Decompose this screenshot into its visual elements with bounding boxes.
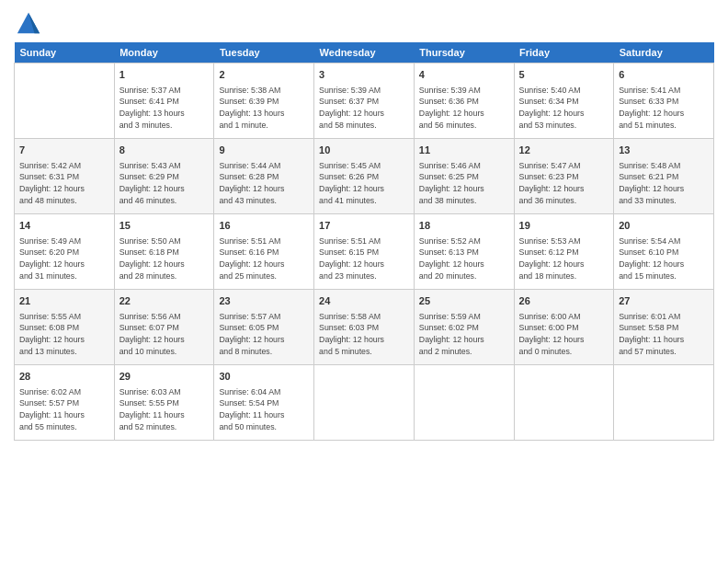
- day-number: 1: [119, 67, 210, 83]
- day-info: Sunrise: 5:51 AM Sunset: 6:16 PM Dayligh…: [219, 236, 309, 282]
- week-row-3: 14Sunrise: 5:49 AM Sunset: 6:20 PM Dayli…: [15, 214, 714, 290]
- day-info: Sunrise: 5:48 AM Sunset: 6:21 PM Dayligh…: [619, 160, 709, 207]
- calendar-cell: 6Sunrise: 5:41 AM Sunset: 6:33 PM Daylig…: [614, 63, 714, 139]
- calendar-cell: 17Sunrise: 5:51 AM Sunset: 6:15 PM Dayli…: [314, 214, 415, 290]
- header-row: SundayMondayTuesdayWednesdayThursdayFrid…: [15, 42, 714, 63]
- calendar-cell: [514, 365, 614, 441]
- day-info: Sunrise: 5:55 AM Sunset: 6:08 PM Dayligh…: [19, 311, 109, 358]
- day-info: Sunrise: 5:56 AM Sunset: 6:07 PM Dayligh…: [119, 311, 210, 358]
- day-number: 26: [519, 293, 609, 309]
- calendar-cell: 16Sunrise: 5:51 AM Sunset: 6:16 PM Dayli…: [214, 214, 314, 290]
- col-header-thursday: Thursday: [414, 42, 514, 63]
- day-info: Sunrise: 5:39 AM Sunset: 6:37 PM Dayligh…: [319, 85, 409, 132]
- day-number: 11: [419, 143, 509, 158]
- day-info: Sunrise: 5:58 AM Sunset: 6:03 PM Dayligh…: [319, 311, 409, 358]
- calendar-cell: 28Sunrise: 6:02 AM Sunset: 5:57 PM Dayli…: [15, 365, 115, 441]
- logo-icon: [16, 9, 41, 35]
- calendar-cell: [414, 365, 514, 441]
- day-number: 21: [19, 293, 109, 309]
- calendar-cell: 11Sunrise: 5:46 AM Sunset: 6:25 PM Dayli…: [414, 139, 514, 214]
- calendar-cell: 27Sunrise: 6:01 AM Sunset: 5:58 PM Dayli…: [614, 290, 714, 365]
- day-info: Sunrise: 5:57 AM Sunset: 6:05 PM Dayligh…: [219, 311, 309, 358]
- day-info: Sunrise: 5:44 AM Sunset: 6:28 PM Dayligh…: [219, 160, 309, 207]
- day-number: 14: [19, 218, 109, 234]
- day-info: Sunrise: 5:50 AM Sunset: 6:18 PM Dayligh…: [119, 236, 210, 282]
- day-number: 28: [19, 369, 109, 385]
- day-info: Sunrise: 5:38 AM Sunset: 6:39 PM Dayligh…: [219, 85, 309, 132]
- day-number: 10: [319, 143, 409, 158]
- day-number: 24: [319, 293, 409, 309]
- day-info: Sunrise: 5:47 AM Sunset: 6:23 PM Dayligh…: [519, 160, 609, 207]
- calendar-cell: 25Sunrise: 5:59 AM Sunset: 6:02 PM Dayli…: [414, 290, 514, 365]
- week-row-2: 7Sunrise: 5:42 AM Sunset: 6:31 PM Daylig…: [15, 139, 714, 214]
- day-number: 4: [419, 67, 509, 83]
- week-row-1: 1Sunrise: 5:37 AM Sunset: 6:41 PM Daylig…: [15, 63, 714, 139]
- calendar-cell: [314, 365, 415, 441]
- calendar-cell: 24Sunrise: 5:58 AM Sunset: 6:03 PM Dayli…: [314, 290, 415, 365]
- day-info: Sunrise: 5:45 AM Sunset: 6:26 PM Dayligh…: [319, 160, 409, 207]
- day-number: 19: [519, 218, 609, 234]
- calendar-cell: 9Sunrise: 5:44 AM Sunset: 6:28 PM Daylig…: [214, 139, 314, 214]
- calendar-cell: 20Sunrise: 5:54 AM Sunset: 6:10 PM Dayli…: [614, 214, 714, 290]
- week-row-5: 28Sunrise: 6:02 AM Sunset: 5:57 PM Dayli…: [15, 365, 714, 441]
- day-number: 23: [219, 293, 309, 309]
- col-header-monday: Monday: [114, 42, 214, 63]
- calendar-cell: 12Sunrise: 5:47 AM Sunset: 6:23 PM Dayli…: [514, 139, 614, 214]
- week-row-4: 21Sunrise: 5:55 AM Sunset: 6:08 PM Dayli…: [15, 290, 714, 365]
- day-info: Sunrise: 5:37 AM Sunset: 6:41 PM Dayligh…: [119, 85, 210, 132]
- day-info: Sunrise: 5:39 AM Sunset: 6:36 PM Dayligh…: [419, 85, 509, 132]
- day-info: Sunrise: 5:41 AM Sunset: 6:33 PM Dayligh…: [619, 85, 709, 132]
- day-number: 7: [19, 143, 109, 158]
- day-info: Sunrise: 5:49 AM Sunset: 6:20 PM Dayligh…: [19, 236, 109, 282]
- day-info: Sunrise: 5:53 AM Sunset: 6:12 PM Dayligh…: [519, 236, 609, 282]
- day-number: 17: [319, 218, 409, 234]
- day-info: Sunrise: 5:40 AM Sunset: 6:34 PM Dayligh…: [519, 85, 609, 132]
- day-number: 22: [119, 293, 210, 309]
- col-header-saturday: Saturday: [614, 42, 714, 63]
- calendar-cell: 14Sunrise: 5:49 AM Sunset: 6:20 PM Dayli…: [15, 214, 115, 290]
- calendar-cell: 13Sunrise: 5:48 AM Sunset: 6:21 PM Dayli…: [614, 139, 714, 214]
- calendar-cell: 22Sunrise: 5:56 AM Sunset: 6:07 PM Dayli…: [114, 290, 214, 365]
- day-info: Sunrise: 6:00 AM Sunset: 6:00 PM Dayligh…: [519, 311, 609, 358]
- day-number: 2: [219, 67, 309, 83]
- calendar-cell: 5Sunrise: 5:40 AM Sunset: 6:34 PM Daylig…: [514, 63, 614, 139]
- calendar-cell: 8Sunrise: 5:43 AM Sunset: 6:29 PM Daylig…: [114, 139, 214, 214]
- day-info: Sunrise: 5:54 AM Sunset: 6:10 PM Dayligh…: [619, 236, 709, 282]
- day-number: 20: [619, 218, 709, 234]
- day-info: Sunrise: 6:01 AM Sunset: 5:58 PM Dayligh…: [619, 311, 709, 358]
- day-info: Sunrise: 5:59 AM Sunset: 6:02 PM Dayligh…: [419, 311, 509, 358]
- logo: [14, 9, 41, 35]
- day-info: Sunrise: 5:43 AM Sunset: 6:29 PM Dayligh…: [119, 160, 210, 207]
- day-number: 18: [419, 218, 509, 234]
- calendar-cell: 29Sunrise: 6:03 AM Sunset: 5:55 PM Dayli…: [114, 365, 214, 441]
- calendar-cell: 30Sunrise: 6:04 AM Sunset: 5:54 PM Dayli…: [214, 365, 314, 441]
- calendar-table: SundayMondayTuesdayWednesdayThursdayFrid…: [14, 42, 714, 441]
- day-number: 30: [219, 369, 309, 385]
- calendar-cell: 26Sunrise: 6:00 AM Sunset: 6:00 PM Dayli…: [514, 290, 614, 365]
- day-info: Sunrise: 5:46 AM Sunset: 6:25 PM Dayligh…: [419, 160, 509, 207]
- calendar-cell: 18Sunrise: 5:52 AM Sunset: 6:13 PM Dayli…: [414, 214, 514, 290]
- calendar-cell: [614, 365, 714, 441]
- day-info: Sunrise: 5:52 AM Sunset: 6:13 PM Dayligh…: [419, 236, 509, 282]
- day-info: Sunrise: 5:42 AM Sunset: 6:31 PM Dayligh…: [19, 160, 109, 207]
- day-number: 29: [119, 369, 210, 385]
- calendar-cell: 10Sunrise: 5:45 AM Sunset: 6:26 PM Dayli…: [314, 139, 415, 214]
- day-info: Sunrise: 6:03 AM Sunset: 5:55 PM Dayligh…: [119, 386, 210, 433]
- day-number: 16: [219, 218, 309, 234]
- calendar-cell: 23Sunrise: 5:57 AM Sunset: 6:05 PM Dayli…: [214, 290, 314, 365]
- col-header-wednesday: Wednesday: [314, 42, 415, 63]
- calendar-cell: 4Sunrise: 5:39 AM Sunset: 6:36 PM Daylig…: [414, 63, 514, 139]
- calendar-cell: 7Sunrise: 5:42 AM Sunset: 6:31 PM Daylig…: [15, 139, 115, 214]
- day-number: 9: [219, 143, 309, 158]
- calendar-cell: 21Sunrise: 5:55 AM Sunset: 6:08 PM Dayli…: [15, 290, 115, 365]
- col-header-tuesday: Tuesday: [214, 42, 314, 63]
- day-info: Sunrise: 6:04 AM Sunset: 5:54 PM Dayligh…: [219, 386, 309, 433]
- calendar-cell: 1Sunrise: 5:37 AM Sunset: 6:41 PM Daylig…: [114, 63, 214, 139]
- calendar-cell: 19Sunrise: 5:53 AM Sunset: 6:12 PM Dayli…: [514, 214, 614, 290]
- day-number: 13: [619, 143, 709, 158]
- day-number: 5: [519, 67, 609, 83]
- day-info: Sunrise: 6:02 AM Sunset: 5:57 PM Dayligh…: [19, 386, 109, 433]
- calendar-cell: 2Sunrise: 5:38 AM Sunset: 6:39 PM Daylig…: [214, 63, 314, 139]
- day-number: 25: [419, 293, 509, 309]
- col-header-sunday: Sunday: [15, 42, 115, 63]
